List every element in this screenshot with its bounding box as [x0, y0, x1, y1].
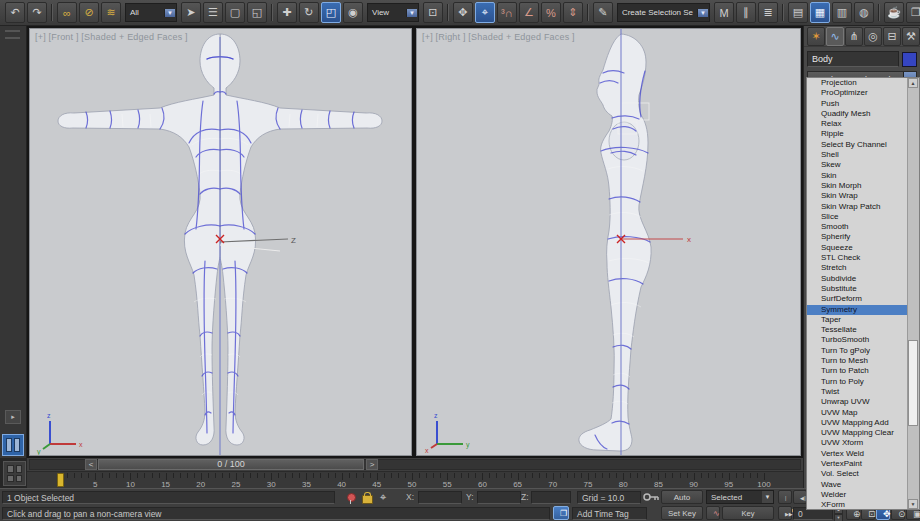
- x-coordinate-field[interactable]: [418, 491, 462, 504]
- modifier-option[interactable]: UVW Mapping Add: [807, 418, 907, 428]
- spinner-snap-button[interactable]: ⇕: [563, 2, 583, 23]
- add-time-tag[interactable]: Add Time Tag: [572, 507, 647, 520]
- modifier-option[interactable]: Wave: [807, 480, 907, 490]
- mirror-button[interactable]: M: [714, 2, 734, 23]
- set-key-button[interactable]: Set Key: [661, 506, 703, 520]
- previous-frame-arrow[interactable]: <: [85, 459, 97, 470]
- viewport-layout-tab-4pane[interactable]: [3, 461, 26, 486]
- select-and-link-button[interactable]: ∞: [57, 2, 77, 23]
- modifier-option[interactable]: Symmetry: [807, 305, 907, 315]
- modifier-option[interactable]: Squeeze: [807, 243, 907, 253]
- angle-snap-button[interactable]: ∠: [519, 2, 539, 23]
- modifier-option[interactable]: Turn to Mesh: [807, 356, 907, 366]
- viewport-front-label[interactable]: [+] [Front ] [Shaded + Edged Faces ]: [35, 32, 188, 42]
- select-and-rotate-button[interactable]: ↻: [299, 2, 319, 23]
- modifier-option[interactable]: VertexPaint: [807, 459, 907, 469]
- select-by-name-button[interactable]: ☰: [203, 2, 223, 23]
- selection-filter-dropdown[interactable]: All▼: [125, 3, 177, 22]
- modifier-option[interactable]: Shell: [807, 150, 907, 160]
- modifier-option[interactable]: Skin Wrap: [807, 191, 907, 201]
- modifier-option[interactable]: SurfDeform: [807, 294, 907, 304]
- viewport-right-label[interactable]: [+] [Right ] [Shaded + Edged Faces ]: [422, 32, 575, 42]
- time-marker[interactable]: [57, 473, 64, 487]
- use-pivot-center-button[interactable]: ⊡: [423, 2, 443, 23]
- modifier-option[interactable]: Turn To gPoly: [807, 346, 907, 356]
- schematic-view-button[interactable]: ▥: [832, 2, 852, 23]
- scrollbar-up-icon[interactable]: ▲: [908, 78, 918, 88]
- dropdown-arrow-icon[interactable]: ▼: [406, 9, 417, 17]
- y-coordinate-field[interactable]: [477, 491, 521, 504]
- modifier-option[interactable]: Push: [807, 99, 907, 109]
- modifier-option[interactable]: Projection: [807, 78, 907, 88]
- render-setup-button[interactable]: ☕: [884, 2, 904, 23]
- modifier-option[interactable]: UVW Map: [807, 408, 907, 418]
- modifier-option[interactable]: Unwrap UVW: [807, 397, 907, 407]
- rendered-frame-button[interactable]: ❐: [906, 2, 920, 23]
- track-bar[interactable]: 0510152025303540455055606570758085909510…: [27, 471, 803, 489]
- snap-3d-button[interactable]: ³∩: [497, 2, 517, 23]
- curve-editor-button[interactable]: ▦: [810, 2, 830, 23]
- modifier-option[interactable]: Substitute: [807, 284, 907, 294]
- window-crossing-button[interactable]: ◱: [247, 2, 267, 23]
- z-coordinate-field[interactable]: [531, 491, 571, 504]
- select-and-manipulate-button[interactable]: ◉: [343, 2, 363, 23]
- material-editor-button[interactable]: ◍: [854, 2, 874, 23]
- dropdown-arrow-icon[interactable]: ▼: [697, 9, 708, 17]
- unlink-selection-button[interactable]: ⊘: [79, 2, 99, 23]
- tab-hierarchy[interactable]: ⋔: [845, 27, 863, 46]
- previous-frame-button[interactable]: ◀||: [793, 490, 807, 504]
- reference-coordinate-dropdown[interactable]: View▼: [367, 3, 419, 22]
- time-slider-handle[interactable]: 0 / 100: [98, 459, 364, 470]
- bind-to-space-warp-button[interactable]: ≋: [101, 2, 121, 23]
- modifier-option[interactable]: Relax: [807, 119, 907, 129]
- modifier-list-scrollbar[interactable]: ▲ ▼: [907, 78, 919, 509]
- modifier-option[interactable]: Spherify: [807, 232, 907, 242]
- modifier-option[interactable]: Slice: [807, 212, 907, 222]
- modifier-option[interactable]: Vol. Select: [807, 469, 907, 479]
- tab-modify[interactable]: ∿: [826, 27, 844, 46]
- modifier-option[interactable]: TurboSmooth: [807, 335, 907, 345]
- transform-gizmo-icon[interactable]: ⌖: [380, 491, 386, 504]
- modifier-option[interactable]: Taper: [807, 315, 907, 325]
- selection-lock-icon[interactable]: [362, 495, 373, 504]
- modifier-option[interactable]: Vertex Weld: [807, 449, 907, 459]
- modifier-option[interactable]: Stretch: [807, 263, 907, 273]
- modifier-option[interactable]: Quadify Mesh: [807, 109, 907, 119]
- trackbar-open-button[interactable]: ▸: [5, 410, 21, 424]
- edit-named-selections-button[interactable]: ✎: [593, 2, 613, 23]
- undo-button[interactable]: ↶: [5, 2, 25, 23]
- select-and-move-button[interactable]: ✚: [277, 2, 297, 23]
- percent-snap-button[interactable]: %: [541, 2, 561, 23]
- rectangular-selection-button[interactable]: ▢: [225, 2, 245, 23]
- select-and-place-button[interactable]: ✥: [453, 2, 473, 23]
- scrollbar-down-icon[interactable]: ▼: [908, 499, 918, 509]
- modifier-option[interactable]: Skew: [807, 160, 907, 170]
- named-selection-set-dropdown[interactable]: Create Selection Se▼: [617, 3, 710, 22]
- modifier-option[interactable]: Ripple: [807, 129, 907, 139]
- align-button[interactable]: ∥: [736, 2, 756, 23]
- dropdown-arrow-icon[interactable]: ▼: [164, 9, 175, 17]
- modifier-option[interactable]: Select By Channel: [807, 140, 907, 150]
- key-mode-icon[interactable]: [643, 492, 659, 503]
- ribbon-toggle-button[interactable]: ▤: [788, 2, 808, 23]
- modifier-option[interactable]: STL Check: [807, 253, 907, 263]
- key-selection-dropdown[interactable]: Selected▼: [706, 490, 774, 504]
- toolbar-grip[interactable]: [5, 30, 20, 39]
- tab-display[interactable]: ⊟: [883, 27, 901, 46]
- modifier-option[interactable]: Smooth: [807, 222, 907, 232]
- tab-create[interactable]: ✶: [807, 27, 825, 46]
- new-key-filter-icon[interactable]: ∿: [706, 506, 720, 520]
- viewport-front[interactable]: [+] [Front ] [Shaded + Edged Faces ]: [29, 28, 412, 456]
- modifier-option[interactable]: Subdivide: [807, 274, 907, 284]
- tab-motion[interactable]: ◎: [864, 27, 882, 46]
- object-name-field[interactable]: Body: [807, 51, 899, 67]
- modifier-option[interactable]: Skin Morph: [807, 181, 907, 191]
- auto-key-button[interactable]: Auto Key: [661, 490, 703, 504]
- snaps-toggle-button[interactable]: ⌖: [475, 2, 495, 23]
- scrollbar-thumb[interactable]: [908, 340, 918, 426]
- next-frame-arrow[interactable]: >: [366, 459, 378, 470]
- absolute-offset-toggle[interactable]: ❐: [553, 506, 569, 520]
- tab-utilities[interactable]: ⚒: [902, 27, 920, 46]
- pin-stack-icon[interactable]: [347, 493, 356, 502]
- select-and-scale-button[interactable]: ◰: [321, 2, 341, 23]
